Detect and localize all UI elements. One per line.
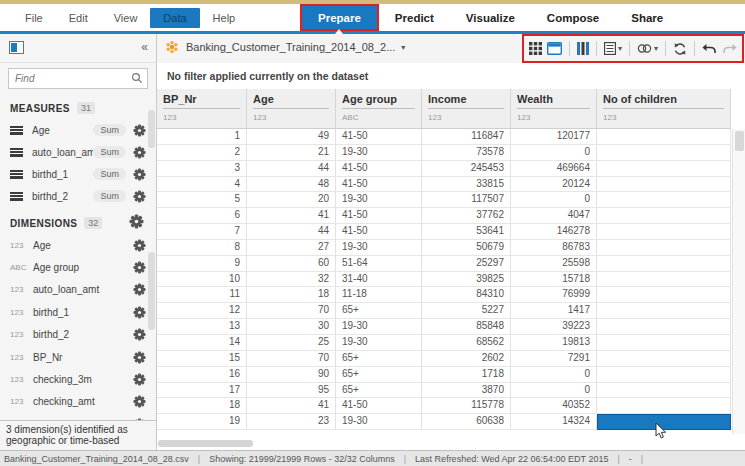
table-cell[interactable]: 19-30 xyxy=(336,319,422,335)
table-cell[interactable] xyxy=(597,383,731,399)
table-cell[interactable]: 90 xyxy=(247,367,336,383)
table-cell[interactable]: 31-40 xyxy=(336,272,422,288)
table-cell[interactable]: 16 xyxy=(157,367,247,383)
find-input[interactable] xyxy=(8,68,148,89)
dimension-item[interactable]: 123checking_3m xyxy=(0,368,156,390)
table-cell[interactable]: 1 xyxy=(157,129,247,145)
table-cell[interactable]: 0 xyxy=(511,367,597,383)
table-cell[interactable]: 39223 xyxy=(511,319,597,335)
table-cell[interactable] xyxy=(597,177,731,193)
table-cell[interactable]: 0 xyxy=(511,192,597,208)
refresh-icon[interactable] xyxy=(673,42,687,56)
gear-icon[interactable] xyxy=(133,283,146,296)
table-cell[interactable]: 10 xyxy=(157,272,247,288)
table-cell[interactable] xyxy=(597,240,731,256)
table-cell[interactable]: 11 xyxy=(157,287,247,303)
dimension-item[interactable]: 123Age xyxy=(0,234,156,256)
table-cell[interactable]: 48 xyxy=(247,177,336,193)
column-header-age-group[interactable]: Age groupABC xyxy=(336,89,422,128)
sidebar-scrollbar-thumb[interactable] xyxy=(148,252,155,330)
table-cell[interactable] xyxy=(597,272,731,288)
gear-icon[interactable] xyxy=(133,124,146,137)
table-cell[interactable]: 18 xyxy=(247,287,336,303)
measure-item[interactable]: auto_loan_amtSum xyxy=(0,141,156,163)
search-icon[interactable] xyxy=(131,72,143,84)
table-cell[interactable]: 60638 xyxy=(422,414,511,430)
table-cell[interactable]: 1417 xyxy=(511,303,597,319)
table-cell[interactable]: 60 xyxy=(247,256,336,272)
table-cell[interactable]: 41-50 xyxy=(336,208,422,224)
gear-icon[interactable] xyxy=(133,351,146,364)
table-cell[interactable]: 44 xyxy=(247,224,336,240)
gear-icon[interactable] xyxy=(133,190,146,203)
table-cell[interactable] xyxy=(597,335,731,351)
table-cell[interactable]: 27 xyxy=(247,240,336,256)
dimensions-settings-gear-icon[interactable] xyxy=(129,214,144,229)
measure-item[interactable]: AgeSum xyxy=(0,119,156,141)
table-cell[interactable]: 86783 xyxy=(511,240,597,256)
dimension-item[interactable]: 123birthd_1 xyxy=(0,301,156,323)
table-cell[interactable]: 19-30 xyxy=(336,192,422,208)
table-cell[interactable]: 68562 xyxy=(422,335,511,351)
table-cell[interactable]: 76999 xyxy=(511,287,597,303)
table-cell[interactable]: 85848 xyxy=(422,319,511,335)
gear-icon[interactable] xyxy=(133,395,146,408)
menu-item-help[interactable]: Help xyxy=(200,8,249,28)
table-cell[interactable]: 469664 xyxy=(511,161,597,177)
table-cell[interactable]: 30 xyxy=(247,319,336,335)
menu-item-view[interactable]: View xyxy=(101,8,151,28)
table-cell[interactable]: 4047 xyxy=(511,208,597,224)
table-cell[interactable]: 50679 xyxy=(422,240,511,256)
table-cell[interactable]: 0 xyxy=(511,383,597,399)
table-cell[interactable]: 33815 xyxy=(422,177,511,193)
table-cell[interactable]: 41-50 xyxy=(336,129,422,145)
table-cell[interactable]: 0 xyxy=(511,145,597,161)
gear-icon[interactable] xyxy=(133,328,146,341)
table-cell[interactable]: 19-30 xyxy=(336,240,422,256)
table-cell[interactable]: 53641 xyxy=(422,224,511,240)
table-cell[interactable]: 9 xyxy=(157,256,247,272)
table-cell[interactable] xyxy=(597,367,731,383)
gear-icon[interactable] xyxy=(133,168,146,181)
horizontal-scrollbar-thumb[interactable] xyxy=(158,440,253,447)
table-cell[interactable]: 6 xyxy=(157,208,247,224)
table-cell[interactable]: 17 xyxy=(157,383,247,399)
dimension-item[interactable]: 123birthd_2 xyxy=(0,324,156,346)
table-cell[interactable]: 19-30 xyxy=(336,145,422,161)
table-cell[interactable]: 39825 xyxy=(422,272,511,288)
table-cell[interactable]: 70 xyxy=(247,351,336,367)
vertical-scrollbar[interactable] xyxy=(732,129,745,434)
tab-prepare[interactable]: Prepare xyxy=(300,4,379,31)
aggregation-badge[interactable]: Sum xyxy=(93,124,126,136)
dimension-item[interactable]: 123BP_Nr xyxy=(0,346,156,368)
table-cell[interactable] xyxy=(597,161,731,177)
vertical-scrollbar-thumb[interactable] xyxy=(735,131,744,151)
table-cell[interactable] xyxy=(597,256,731,272)
table-cell[interactable]: 25598 xyxy=(511,256,597,272)
table-cell[interactable]: 2602 xyxy=(422,351,511,367)
table-cell[interactable]: 40352 xyxy=(511,398,597,414)
collapse-sidebar-button[interactable]: « xyxy=(141,40,148,54)
table-cell[interactable]: 70 xyxy=(247,303,336,319)
table-cell[interactable]: 25 xyxy=(247,335,336,351)
table-cell[interactable]: 41 xyxy=(247,398,336,414)
table-cell[interactable]: 117507 xyxy=(422,192,511,208)
column-header-age[interactable]: Age123 xyxy=(247,89,336,128)
table-cell[interactable]: 95 xyxy=(247,383,336,399)
redo-icon[interactable] xyxy=(722,42,737,55)
tab-visualize[interactable]: Visualize xyxy=(450,4,531,31)
facet-view-icon[interactable] xyxy=(547,42,562,55)
table-cell[interactable]: 73578 xyxy=(422,145,511,161)
table-cell[interactable]: 65+ xyxy=(336,303,422,319)
dataset-selector[interactable]: Banking_Customer_Training_2014_08_2... ▾ xyxy=(165,40,405,54)
table-cell[interactable] xyxy=(597,303,731,319)
tab-compose[interactable]: Compose xyxy=(531,4,615,31)
chevron-down-icon[interactable]: ▾ xyxy=(401,43,405,52)
aggregation-badge[interactable]: Sum xyxy=(93,190,126,202)
table-cell[interactable]: 41-50 xyxy=(336,177,422,193)
table-cell[interactable]: 5227 xyxy=(422,303,511,319)
column-header-no-of-children[interactable]: No of children123 xyxy=(597,89,731,128)
table-cell[interactable]: 5 xyxy=(157,192,247,208)
table-cell[interactable] xyxy=(597,287,731,303)
table-cell[interactable]: 14 xyxy=(157,335,247,351)
